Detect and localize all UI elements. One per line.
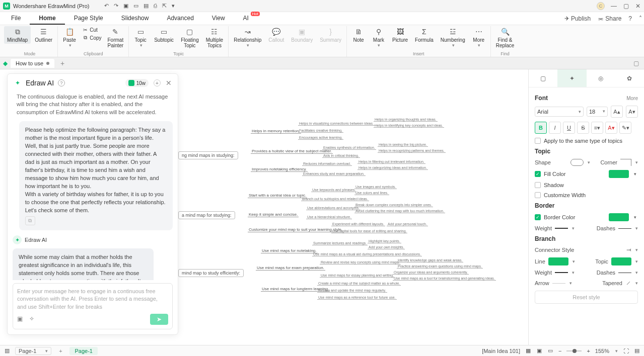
panel-tab-layout[interactable]: ▢ xyxy=(529,69,557,87)
underline-button[interactable]: U xyxy=(563,122,575,134)
ai-add-button[interactable]: + xyxy=(154,79,161,86)
ai-token-pill[interactable]: 10w xyxy=(125,79,149,87)
menu-home[interactable]: Home xyxy=(30,13,64,25)
branch-arrow-select[interactable] xyxy=(552,283,565,284)
sb-grid-icon[interactable]: ▦ xyxy=(525,348,531,354)
sb-panel-icon[interactable]: ▥ xyxy=(4,348,10,354)
bold-button[interactable]: B xyxy=(535,122,547,134)
mm-subtopic[interactable]: Provides a holistic view of the subject … xyxy=(251,149,333,154)
zoom-slider[interactable] xyxy=(566,350,582,351)
zoom-in-button[interactable]: + xyxy=(587,348,590,354)
mm-leaf[interactable]: Branch out to subtopics and related idea… xyxy=(301,197,369,201)
mm-main-topic[interactable]: mind map to study efficiently: xyxy=(178,269,244,277)
mm-leaf[interactable]: Use digital tools for ease of editing an… xyxy=(331,229,407,233)
mm-leaf[interactable]: Break down complex concepts into simpler… xyxy=(354,203,433,207)
outliner-mode-button[interactable]: ☰Outliner xyxy=(32,26,55,44)
numbering-button[interactable]: ☳Numbering▾ xyxy=(438,26,468,49)
add-page-button[interactable]: + xyxy=(56,348,64,354)
print-icon[interactable]: ⎙ xyxy=(154,3,157,9)
branch-topic-color[interactable] xyxy=(611,257,631,265)
mm-leaf[interactable]: Facilitates creative thinking. xyxy=(298,129,343,133)
menu-ai[interactable]: AIHot xyxy=(234,13,258,25)
ai-close-button[interactable]: ✕ xyxy=(166,79,172,87)
mm-leaf[interactable]: Enhances study and exam preparation. xyxy=(302,172,366,176)
mm-subtopic[interactable]: Start with a central idea or topic. xyxy=(248,193,307,198)
share-button[interactable]: ⫘Share xyxy=(598,15,621,22)
subtopic-button[interactable]: ▭Subtopic xyxy=(151,26,177,44)
collapse-ribbon-icon[interactable]: ˄ xyxy=(639,15,642,22)
connector-style-select[interactable]: ⤙ xyxy=(626,246,631,253)
menu-file[interactable]: File xyxy=(2,13,30,25)
help-icon[interactable]: ? xyxy=(628,15,632,22)
shadow-checkbox[interactable] xyxy=(535,182,541,188)
border-color-swatch[interactable] xyxy=(609,213,629,221)
publish-button[interactable]: ✈Publish xyxy=(564,15,591,22)
mm-subtopic[interactable]: Keep it simple and concise. xyxy=(248,212,299,217)
note-button[interactable]: 🗎Note xyxy=(349,26,368,44)
panel-tab-mark[interactable]: ◎ xyxy=(587,69,615,87)
strikethrough-button[interactable]: S xyxy=(577,122,589,134)
highlight-button[interactable]: ✎▾ xyxy=(619,122,631,134)
relationship-button[interactable]: ↝Relationship▾ xyxy=(231,26,264,49)
font-size-select[interactable]: 18▾ xyxy=(587,107,608,117)
redo-icon[interactable]: ↷ xyxy=(114,3,118,9)
border-dashes-select[interactable] xyxy=(618,228,631,229)
ai-help-icon[interactable]: ? xyxy=(58,79,65,86)
mm-leaf[interactable]: Add your personal touch. xyxy=(387,222,428,226)
mm-main-topic[interactable]: ng mind maps in studying: xyxy=(178,151,238,159)
mm-leaf[interactable]: Helps in visualizing connections between… xyxy=(298,122,375,126)
mm-subtopic[interactable]: Improves notetaking efficiency. xyxy=(251,167,308,172)
zoom-out-button[interactable]: − xyxy=(558,348,561,354)
more-insert-button[interactable]: ⋯More▾ xyxy=(469,26,488,49)
ai-attach-icon[interactable]: ▣ xyxy=(17,315,25,323)
mm-leaf[interactable]: Helps in recognizing patterns and themes… xyxy=(378,149,446,153)
mm-leaf[interactable]: Use abbreviations and acronyms. xyxy=(306,206,361,210)
mm-leaf[interactable]: Highlight key points. xyxy=(368,239,401,243)
menu-view[interactable]: View xyxy=(203,13,234,25)
document-tab[interactable]: How to use xyxy=(11,59,54,68)
formula-button[interactable]: ΣFormula xyxy=(412,26,437,44)
mm-leaf[interactable]: Avoid cluttering the mind map with too m… xyxy=(354,209,445,213)
branch-weight-select[interactable] xyxy=(555,272,568,273)
sb-page-icon[interactable]: ▣ xyxy=(536,348,542,354)
tabs-overflow-icon[interactable]: ▢ xyxy=(633,60,641,67)
format-painter-button[interactable]: ✎Format Painter xyxy=(105,26,127,49)
mm-leaf[interactable]: Reduces information overload. xyxy=(302,162,352,166)
sb-fit-icon[interactable]: ▭ xyxy=(547,348,553,354)
multiple-topics-button[interactable]: ☷Multiple Topics xyxy=(203,26,226,49)
border-color-checkbox[interactable]: ✓ xyxy=(535,214,541,220)
mm-leaf[interactable]: Use images and symbols. xyxy=(354,185,397,189)
mm-leaf[interactable]: Use mind maps for essay planning and wri… xyxy=(320,274,395,278)
fill-color-swatch[interactable] xyxy=(609,170,629,178)
qat-more-icon[interactable]: ▾ xyxy=(172,3,175,9)
mm-leaf[interactable]: Encourages active learning. xyxy=(298,136,343,140)
mm-leaf[interactable]: Summarize lectures and readings. xyxy=(312,241,368,245)
mm-leaf[interactable]: Use mind maps as a reference tool for fu… xyxy=(317,296,397,300)
user-avatar[interactable]: C xyxy=(597,2,605,10)
mm-subtopic[interactable]: Use mind maps for exam preparation. xyxy=(256,265,325,271)
reset-style-button[interactable]: Reset style xyxy=(535,291,638,304)
page-tab[interactable]: Page-1 xyxy=(69,347,97,355)
new-icon[interactable]: ▣ xyxy=(123,3,128,9)
shape-selector[interactable] xyxy=(570,159,584,166)
ai-send-button[interactable]: ➤ xyxy=(150,314,168,325)
paste-button[interactable]: 📋Paste▾ xyxy=(60,26,79,49)
border-weight-select[interactable] xyxy=(555,228,568,229)
save-icon[interactable]: ▤ xyxy=(144,3,149,9)
customize-width-checkbox[interactable] xyxy=(535,192,541,198)
mm-subtopic[interactable]: Customize your mind map to suit your lea… xyxy=(248,227,343,232)
font-color-button[interactable]: A▾ xyxy=(605,122,617,134)
floating-topic-button[interactable]: ▢Floating Topic xyxy=(178,26,202,49)
copy-button[interactable]: ⧉Copy xyxy=(80,34,103,41)
menu-page-style[interactable]: Page Style xyxy=(65,13,112,25)
mm-leaf[interactable]: Helps in organizing thoughts and ideas. xyxy=(374,118,438,122)
export-icon[interactable]: ⇱ xyxy=(162,3,167,9)
add-tab-button[interactable]: + xyxy=(57,59,67,67)
fullscreen-icon[interactable]: ⛶ xyxy=(623,348,629,354)
panel-tab-clipart[interactable]: ✿ xyxy=(615,69,644,87)
branch-line-color[interactable] xyxy=(548,257,568,265)
font-increase-button[interactable]: A▴ xyxy=(611,106,623,118)
mm-leaf[interactable]: Practice answering exam questions using … xyxy=(397,264,483,269)
mindmap[interactable]: ng mind maps in studying: Helps in memor… xyxy=(181,125,523,340)
align-button[interactable]: ≡▾ xyxy=(591,122,603,134)
